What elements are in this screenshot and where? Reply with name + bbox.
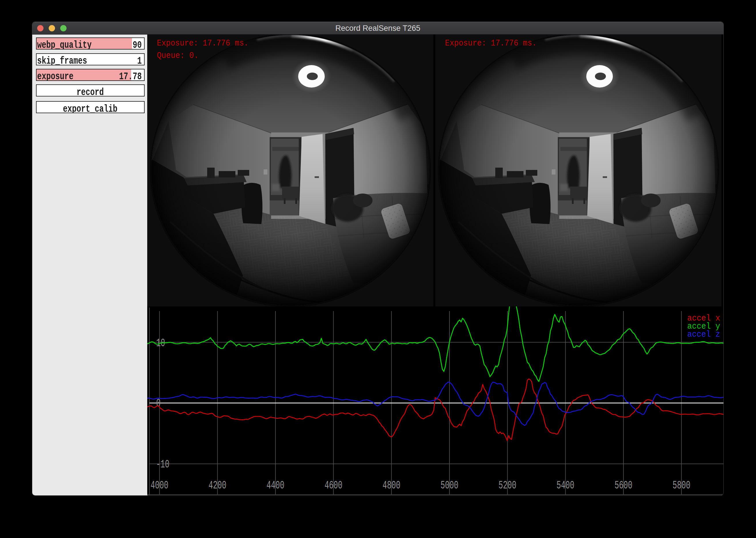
svg-text:Queue: 0.: Queue: 0. [157, 51, 199, 61]
svg-text:5400: 5400 [556, 479, 574, 492]
svg-text:4600: 4600 [324, 479, 342, 492]
svg-text:-10: -10 [156, 458, 170, 471]
svg-text:4200: 4200 [208, 479, 226, 492]
svg-text:4400: 4400 [266, 479, 284, 492]
svg-text:Exposure: 17.776 ms.: Exposure: 17.776 ms. [157, 38, 249, 48]
svg-text:5600: 5600 [614, 479, 632, 492]
svg-text:accel z: accel z [687, 330, 720, 339]
svg-text:4000: 4000 [151, 479, 169, 492]
svg-text:5000: 5000 [440, 479, 458, 492]
svg-text:4800: 4800 [382, 479, 400, 492]
svg-text:Exposure: 17.776 ms.: Exposure: 17.776 ms. [445, 38, 537, 48]
svg-text:5800: 5800 [672, 479, 690, 492]
svg-text:5200: 5200 [498, 479, 516, 492]
